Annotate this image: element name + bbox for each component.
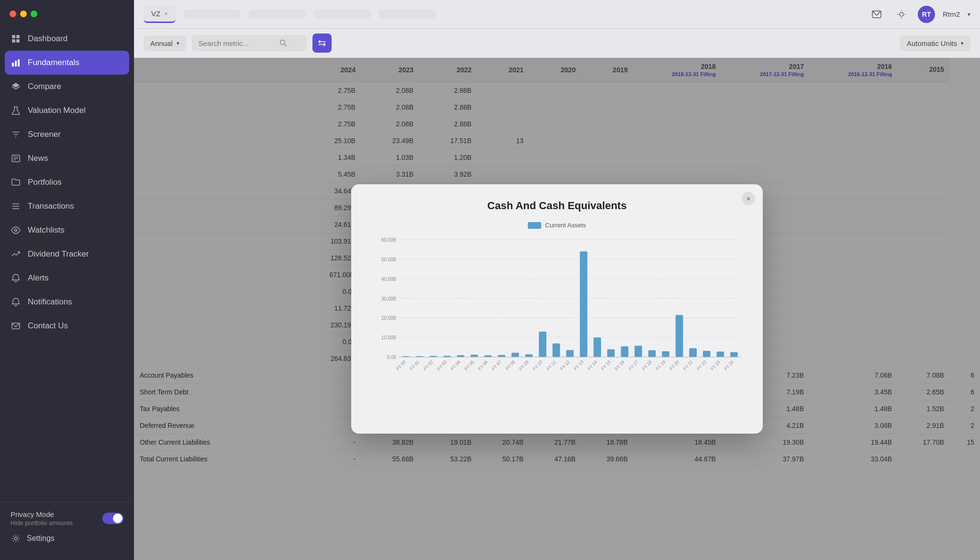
maximize-traffic-light[interactable] (31, 11, 37, 17)
bell-icon (11, 273, 21, 283)
avatar[interactable]: RT (918, 6, 935, 23)
sidebar-item-settings[interactable]: Settings (11, 528, 123, 549)
units-dropdown-icon: ▾ (961, 40, 964, 46)
sidebar-item-portfolios[interactable]: Portfolios (0, 170, 134, 194)
sidebar: Dashboard Fundamentals Compare (0, 0, 134, 560)
settings-label: Settings (27, 534, 55, 543)
svg-rect-69 (580, 251, 588, 357)
topbar: VZ × (134, 0, 980, 29)
svg-text:30.00B: 30.00B (381, 296, 396, 301)
sidebar-item-notifications[interactable]: Notifications (0, 290, 134, 314)
svg-rect-67 (566, 350, 574, 357)
brightness-icon-btn[interactable] (893, 6, 910, 23)
svg-rect-71 (593, 337, 601, 357)
sidebar-item-label: Fundamentals (28, 58, 79, 67)
svg-text:50.00B: 50.00B (381, 257, 396, 262)
svg-rect-65 (553, 343, 560, 357)
svg-text:0.00: 0.00 (387, 355, 396, 360)
svg-text:10.00B: 10.00B (381, 335, 396, 340)
sidebar-item-dashboard[interactable]: Dashboard (0, 27, 134, 51)
svg-rect-51 (457, 355, 465, 357)
chart-modal: Cash And Cash Equivalents × Current Asse… (351, 184, 763, 434)
minimize-traffic-light[interactable] (20, 11, 27, 17)
sidebar-item-compare[interactable]: Compare (0, 75, 134, 99)
mail-icon-btn[interactable] (868, 6, 885, 23)
search-metric-input[interactable] (199, 39, 275, 47)
svg-text:FY 09: FY 09 (518, 359, 529, 371)
sidebar-bottom: Privacy Mode Hide portfolio amounts Sett… (0, 502, 134, 560)
privacy-toggle-row: Privacy Mode Hide portfolio amounts (11, 510, 123, 526)
toolbar: Annual ▾ Automatic Units ▾ (134, 29, 980, 58)
svg-text:FY 01: FY 01 (409, 359, 420, 371)
sidebar-item-contact[interactable]: Contact Us (0, 314, 134, 338)
eye-icon (11, 225, 21, 235)
sidebar-item-label: Dashboard (28, 34, 67, 44)
sidebar-item-label: Screener (28, 130, 61, 139)
sidebar-item-screener[interactable]: Screener (0, 123, 134, 146)
sidebar-item-alerts[interactable]: Alerts (0, 266, 134, 290)
privacy-label: Privacy Mode (11, 510, 73, 518)
switch-button[interactable] (312, 34, 332, 53)
svg-text:60.00B: 60.00B (381, 237, 396, 243)
svg-rect-2 (12, 39, 15, 43)
svg-rect-1 (16, 35, 20, 38)
user-dropdown-icon[interactable]: ▾ (968, 11, 970, 18)
topbar-right: RT Rtm2 ▾ (868, 6, 970, 23)
chart-container: 0.0010.00B20.00B30.00B40.00B50.00B60.00B… (368, 235, 746, 416)
svg-point-27 (280, 40, 285, 45)
svg-text:FY 16: FY 16 (614, 359, 625, 371)
svg-rect-61 (525, 354, 533, 357)
svg-text:FY 00: FY 00 (395, 359, 406, 371)
privacy-sublabel: Hide portfolio amounts (11, 519, 73, 526)
svg-rect-4 (12, 63, 14, 67)
bar-chart-icon (11, 57, 21, 68)
topbar-tab-4[interactable] (313, 10, 371, 19)
topbar-tab-2[interactable] (183, 10, 241, 19)
svg-text:FY 14: FY 14 (587, 359, 598, 371)
tab-close-icon[interactable]: × (164, 10, 168, 17)
svg-text:FY 20: FY 20 (669, 359, 680, 371)
sidebar-item-watchlists[interactable]: Watchlists (0, 218, 134, 242)
topbar-tab-3[interactable] (248, 10, 306, 19)
svg-rect-87 (703, 351, 711, 357)
svg-point-22 (900, 12, 903, 16)
annual-select[interactable]: Annual ▾ (144, 35, 186, 51)
units-select[interactable]: Automatic Units ▾ (900, 35, 970, 51)
sidebar-nav: Dashboard Fundamentals Compare (0, 22, 134, 502)
sidebar-item-dividend[interactable]: Dividend Tracker (0, 242, 134, 266)
sidebar-item-transactions[interactable]: Transactions (0, 194, 134, 218)
units-label: Automatic Units (907, 39, 957, 47)
svg-rect-0 (12, 35, 15, 38)
chart-legend: Current Assets (368, 222, 746, 229)
svg-rect-5 (15, 61, 17, 67)
close-traffic-light[interactable] (10, 11, 16, 17)
mail-icon (11, 321, 21, 331)
sidebar-item-label: Portfolios (28, 178, 62, 187)
legend-swatch (528, 222, 541, 229)
svg-rect-73 (607, 349, 615, 357)
search-metric-box[interactable] (192, 35, 307, 51)
svg-rect-57 (498, 355, 505, 357)
modal-close-button[interactable]: × (742, 192, 755, 205)
svg-text:FY 21: FY 21 (682, 359, 693, 371)
table-area: 2024 2023 2022 2021 2020 2019 20182018-1… (134, 58, 980, 560)
modal-title: Cash And Cash Equivalents (368, 200, 746, 212)
list-icon (11, 201, 21, 212)
privacy-toggle[interactable] (102, 513, 123, 524)
sidebar-item-valuation[interactable]: Valuation Model (0, 99, 134, 123)
flask-icon (11, 105, 21, 116)
sidebar-item-label: News (28, 154, 48, 163)
sidebar-item-news[interactable]: News (0, 146, 134, 170)
svg-rect-3 (16, 39, 20, 43)
layers-icon (11, 81, 21, 92)
topbar-tab-vz[interactable]: VZ × (144, 6, 176, 23)
annual-label: Annual (150, 39, 173, 47)
sidebar-item-fundamentals[interactable]: Fundamentals (5, 51, 129, 75)
svg-text:20.00B: 20.00B (381, 315, 396, 321)
svg-text:FY 02: FY 02 (423, 359, 434, 371)
topbar-tab-5[interactable] (379, 10, 436, 19)
svg-text:FY 23: FY 23 (710, 359, 721, 371)
svg-text:FY 22: FY 22 (696, 359, 707, 371)
chart-modal-overlay[interactable]: Cash And Cash Equivalents × Current Asse… (134, 58, 980, 560)
svg-text:FY 07: FY 07 (491, 359, 502, 371)
